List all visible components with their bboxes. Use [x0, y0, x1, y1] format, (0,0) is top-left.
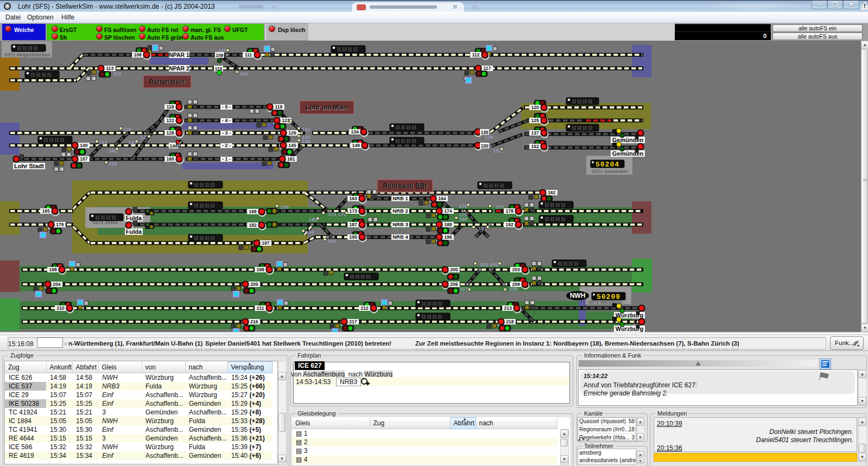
svg-text:188: 188: [444, 222, 452, 227]
svg-text:163: 163: [349, 196, 357, 201]
svg-text:171 172: 171 172: [328, 211, 346, 217]
svg-text:StiTz Jossa: StiTz Jossa: [92, 220, 118, 225]
svg-text:208: 208: [509, 286, 518, 292]
svg-text:Gemünden: Gemünden: [612, 137, 644, 143]
svg-text:200: 200: [450, 267, 458, 272]
svg-text:173: 173: [349, 208, 357, 214]
svg-text:199: 199: [256, 267, 264, 272]
svg-text:179: 179: [56, 222, 64, 227]
svg-text:126: 126: [123, 126, 131, 132]
svg-text:NPAR 2: NPAR 2: [169, 65, 189, 72]
svg-text:204: 204: [53, 282, 60, 287]
svg-text:- 3 -: - 3 -: [222, 130, 231, 136]
svg-text:Fulda: Fulda: [126, 228, 142, 235]
svg-text:160: 160: [166, 156, 174, 162]
svg-text:150: 150: [480, 143, 488, 149]
svg-text:50204: 50204: [595, 161, 619, 169]
svg-text:162: 162: [548, 190, 555, 195]
svg-text:207: 207: [459, 286, 468, 292]
svg-text:165: 165: [42, 208, 49, 214]
svg-text:187: 187: [349, 222, 357, 227]
svg-text:141: 141: [99, 139, 108, 145]
svg-text:NWH: NWH: [570, 292, 586, 299]
svg-text:NRB 3: NRB 3: [392, 221, 408, 227]
svg-text:109: 109: [216, 53, 223, 58]
svg-text:NPAR 1: NPAR 1: [169, 52, 189, 58]
svg-text:StiTz Heigenbrücken: StiTz Heigenbrücken: [4, 52, 50, 58]
svg-text:NRB 1: NRB 1: [392, 195, 408, 201]
svg-text:161: 161: [287, 156, 295, 162]
svg-text:157: 157: [80, 156, 87, 162]
svg-text:201 202: 201 202: [480, 261, 498, 267]
svg-text:218: 218: [506, 319, 514, 324]
svg-text:178: 178: [505, 208, 513, 214]
svg-text:198: 198: [49, 267, 56, 272]
svg-text:149: 149: [352, 143, 359, 148]
svg-text:203: 203: [512, 267, 519, 272]
svg-text:110: 110: [218, 47, 226, 53]
svg-text:197: 197: [262, 240, 269, 246]
svg-text:159: 159: [109, 161, 117, 167]
svg-text:205: 205: [250, 282, 258, 287]
svg-text:211: 211: [257, 305, 264, 311]
svg-text:Rohrbach BBf: Rohrbach BBf: [383, 182, 428, 190]
svg-text:111: 111: [245, 52, 252, 58]
svg-text:210: 210: [56, 305, 64, 311]
svg-text:Partenstein: Partenstein: [149, 78, 185, 86]
svg-text:146: 146: [302, 138, 311, 144]
svg-text:Lohr am Main: Lohr am Main: [306, 104, 348, 111]
svg-text:134: 134: [351, 129, 358, 135]
svg-text:- 4 -: - 4 -: [222, 118, 231, 123]
svg-text:195: 195: [349, 234, 357, 240]
svg-text:118: 118: [167, 104, 174, 110]
svg-text:182: 182: [249, 222, 256, 228]
svg-text:196: 196: [444, 234, 452, 240]
svg-text:Lohr Stadt: Lohr Stadt: [14, 163, 44, 169]
svg-text:108: 108: [134, 52, 141, 58]
svg-text:112: 112: [472, 52, 480, 58]
svg-text:192: 192: [505, 222, 513, 227]
svg-text:128: 128: [166, 130, 174, 136]
svg-text:216: 216: [250, 319, 258, 324]
svg-text:129: 129: [288, 130, 296, 136]
svg-text:125: 125: [531, 118, 538, 123]
svg-text:206: 206: [450, 282, 458, 287]
svg-text:StiTz Gemünden: StiTz Gemünden: [592, 169, 628, 174]
svg-text:NRB 4: NRB 4: [392, 234, 408, 240]
svg-text:119: 119: [275, 104, 283, 110]
svg-text:- 5 -: - 5 -: [222, 104, 231, 110]
svg-text:116: 116: [239, 71, 248, 76]
svg-text:136: 136: [485, 134, 493, 140]
svg-text:140: 140: [80, 143, 87, 148]
svg-text:177: 177: [496, 204, 504, 210]
svg-text:- 1 -: - 1 -: [222, 156, 231, 162]
svg-text:114: 114: [113, 71, 122, 76]
svg-text:174: 174: [444, 208, 452, 214]
svg-text:213: 213: [504, 305, 511, 311]
svg-text:193: 193: [327, 238, 336, 244]
svg-text:- 2 -: - 2 -: [222, 143, 231, 148]
svg-text:169: 169: [280, 204, 289, 210]
svg-text:Gemünden: Gemünden: [612, 150, 644, 157]
svg-text:152: 152: [531, 144, 538, 149]
svg-text:120: 120: [531, 105, 538, 110]
svg-text:123: 123: [282, 118, 289, 123]
svg-text:184: 184: [305, 229, 314, 235]
svg-text:122: 122: [166, 118, 174, 123]
svg-text:176: 176: [459, 203, 467, 209]
svg-text:145: 145: [288, 143, 296, 148]
svg-text:217: 217: [349, 319, 357, 324]
svg-text:NRB 2: NRB 2: [392, 208, 408, 214]
svg-text:Fulda: Fulda: [126, 215, 142, 221]
svg-text:164: 164: [438, 196, 446, 201]
svg-text:137: 137: [531, 130, 538, 136]
svg-text:131: 131: [302, 126, 311, 132]
svg-text:212: 212: [360, 305, 368, 311]
svg-text:191: 191: [478, 225, 487, 231]
svg-text:117: 117: [484, 66, 491, 71]
svg-text:189: 189: [459, 216, 467, 222]
svg-text:127: 127: [140, 134, 149, 140]
svg-text:168: 168: [249, 209, 256, 214]
